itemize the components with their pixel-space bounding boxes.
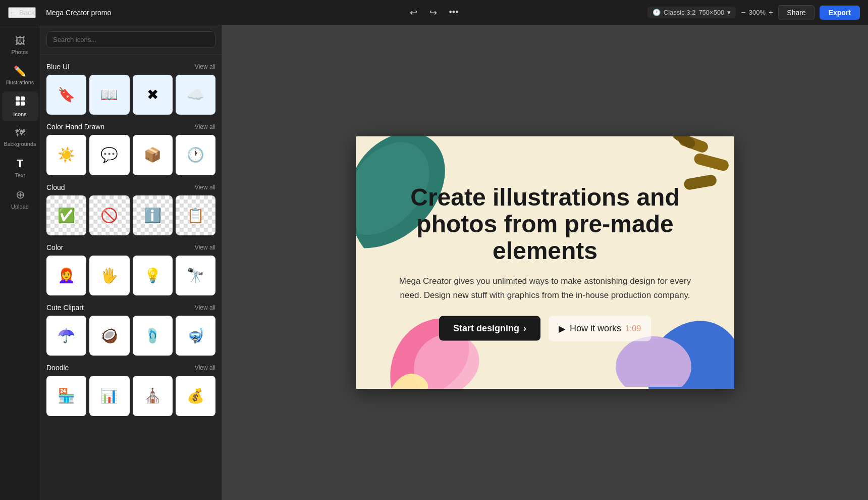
icon-cell[interactable]: 🩴 (133, 316, 173, 356)
share-button[interactable]: Share (778, 5, 814, 20)
panel-search (40, 25, 222, 55)
icon-cell[interactable]: ☀️ (46, 135, 86, 175)
how-it-works-button[interactable]: ▶ How it works 1:09 (549, 316, 651, 341)
color-hand-drawn-section: Color Hand Drawn View all ☀️ 💬 📦 🕐 (40, 119, 222, 179)
icon-cell[interactable]: ✖ (133, 75, 173, 115)
sidebar-item-backgrounds[interactable]: 🗺 Backgrounds (2, 123, 38, 151)
text-label: Text (15, 172, 25, 178)
undo-button[interactable]: ↩ (406, 5, 421, 20)
more-options-button[interactable]: ••• (445, 5, 463, 20)
history-icon: 🕐 (653, 9, 661, 16)
icon-cell[interactable]: 🔖 (46, 75, 86, 115)
icon-cell[interactable]: 🏪 (46, 376, 86, 416)
icon-cell[interactable]: ✅ (46, 195, 86, 235)
icon-cell[interactable]: 📦 (133, 135, 173, 175)
start-label: Start designing (453, 323, 519, 334)
icon-cell[interactable]: 👩‍🦰 (46, 256, 86, 295)
doodle-title: Doodle (46, 364, 69, 372)
svg-rect-1 (21, 96, 25, 101)
blue-ui-view-all[interactable]: View all (195, 63, 215, 70)
zoom-in-button[interactable]: + (769, 8, 773, 17)
icon-cell[interactable]: ℹ️ (133, 195, 173, 235)
export-button[interactable]: Export (820, 6, 860, 20)
search-input[interactable] (46, 31, 215, 48)
icon-cell[interactable]: 💡 (133, 256, 173, 295)
backgrounds-label: Backgrounds (4, 141, 36, 147)
icon-cell[interactable]: 🖐 (89, 256, 129, 295)
sidebar-item-photos[interactable]: 🖼 Photos (2, 31, 38, 59)
cloud-section: Cloud View all ✅ 🚫 ℹ️ 📋 (40, 179, 222, 239)
chevron-down-icon: ▾ (727, 9, 731, 16)
svg-point-8 (616, 336, 691, 387)
main-content: 🖼 Photos ✏️ Illustrations Icons 🗺 Backgr… (0, 25, 868, 500)
sidebar-nav: 🖼 Photos ✏️ Illustrations Icons 🗺 Backgr… (0, 25, 40, 500)
color-hand-drawn-grid: ☀️ 💬 📦 🕐 (46, 135, 215, 175)
icons-icon (15, 95, 26, 109)
cloud-header: Cloud View all (46, 183, 215, 191)
photos-label: Photos (11, 49, 28, 55)
cute-clipart-title: Cute Clipart (46, 304, 84, 312)
svg-rect-2 (16, 102, 20, 106)
doodle-view-all[interactable]: View all (195, 364, 215, 371)
color-header: Color View all (46, 243, 215, 252)
icon-cell[interactable]: 🤿 (176, 316, 215, 356)
dimensions-label: 750×500 (698, 9, 724, 16)
cloud-title: Cloud (46, 183, 65, 191)
topbar: ← Back Mega Creator promo ↩ ↪ ••• 🕐 Clas… (0, 0, 868, 25)
blue-ui-header: Blue UI View all (46, 63, 215, 71)
zoom-out-button[interactable]: − (741, 8, 745, 17)
color-hand-drawn-title: Color Hand Drawn (46, 123, 104, 131)
svg-rect-3 (21, 102, 25, 106)
icon-cell[interactable]: ⛪ (133, 376, 173, 416)
canvas-subtext: Mega Creator gives you unlimited ways to… (399, 274, 691, 302)
canvas-content: Create illustrations and photos from pre… (399, 184, 691, 341)
canvas-buttons: Start designing › ▶ How it works 1:09 (399, 316, 691, 341)
svg-rect-5 (693, 152, 729, 172)
sidebar-item-icons[interactable]: Icons (2, 91, 38, 121)
back-arrow-icon: ← (9, 8, 17, 17)
doodle-section: Doodle View all 🏪 📊 ⛪ 💰 (40, 360, 222, 420)
color-hand-drawn-view-all[interactable]: View all (195, 123, 215, 130)
color-view-all[interactable]: View all (195, 244, 215, 251)
icon-cell[interactable]: 💬 (89, 135, 129, 175)
icons-label: Icons (13, 111, 26, 117)
icon-cell[interactable]: ☁️ (176, 75, 215, 115)
upload-icon: ⊕ (16, 188, 25, 202)
blue-ui-section: Blue UI View all 🔖 📖 ✖ ☁️ (40, 59, 222, 119)
redo-button[interactable]: ↪ (425, 5, 441, 20)
icon-cell[interactable]: 💰 (176, 376, 215, 416)
illustrations-icon: ✏️ (14, 65, 26, 77)
sidebar-item-illustrations[interactable]: ✏️ Illustrations (2, 61, 38, 89)
sidebar-item-upload[interactable]: ⊕ Upload (2, 184, 38, 214)
panel-content: Blue UI View all 🔖 📖 ✖ ☁️ Color Hand Dra… (40, 55, 222, 500)
color-grid: 👩‍🦰 🖐 💡 🔭 (46, 256, 215, 295)
icon-cell[interactable]: ☂️ (46, 316, 86, 356)
cute-clipart-section: Cute Clipart View all ☂️ 🥥 🩴 🤿 (40, 299, 222, 360)
play-icon: ▶ (559, 323, 566, 334)
upload-label: Upload (11, 204, 29, 210)
blue-ui-grid: 🔖 📖 ✖ ☁️ (46, 75, 215, 115)
color-hand-drawn-header: Color Hand Drawn View all (46, 123, 215, 131)
icon-cell[interactable]: 🚫 (89, 195, 129, 235)
icon-cell[interactable]: 📋 (176, 195, 215, 235)
icon-cell[interactable]: 📊 (89, 376, 129, 416)
start-designing-button[interactable]: Start designing › (439, 316, 540, 341)
zoom-level: 300% (749, 9, 766, 16)
format-selector[interactable]: 🕐 Classic 3:2 750×500 ▾ (647, 7, 736, 18)
icon-cell[interactable]: 🕐 (176, 135, 215, 175)
cute-clipart-view-all[interactable]: View all (195, 304, 215, 311)
doodle-grid: 🏪 📊 ⛪ 💰 (46, 376, 215, 416)
color-section: Color View all 👩‍🦰 🖐 💡 🔭 (40, 239, 222, 299)
back-button[interactable]: ← Back (8, 7, 36, 18)
back-label: Back (19, 9, 35, 17)
format-label: Classic 3:2 (664, 9, 696, 16)
cloud-view-all[interactable]: View all (195, 184, 215, 191)
how-label: How it works (570, 323, 621, 334)
sidebar-item-text[interactable]: T Text (2, 153, 38, 182)
icon-cell[interactable]: 🥥 (89, 316, 129, 356)
icon-cell[interactable]: 🔭 (176, 256, 215, 295)
icon-cell[interactable]: 📖 (89, 75, 129, 115)
illustrations-label: Illustrations (6, 79, 34, 85)
how-time: 1:09 (625, 324, 641, 333)
blue-ui-title: Blue UI (46, 63, 70, 71)
